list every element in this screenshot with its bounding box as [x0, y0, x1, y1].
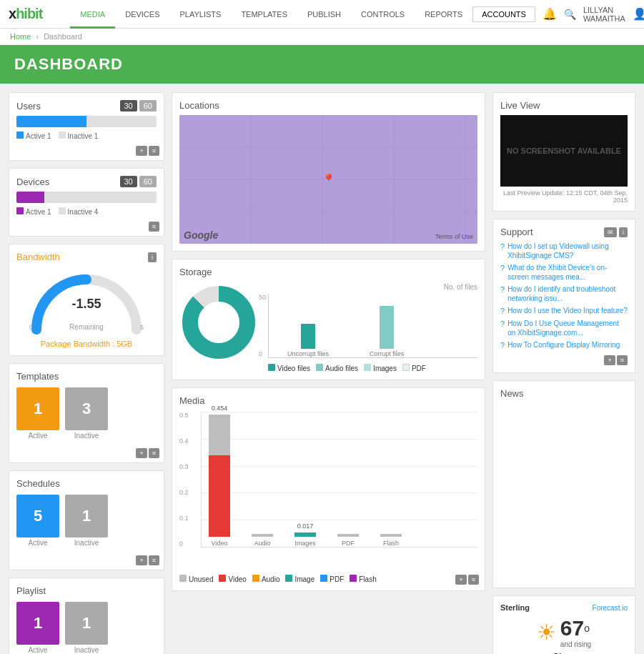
nav-playlists[interactable]: PLAYLISTS	[169, 0, 231, 29]
search-icon[interactable]: 🔍	[564, 9, 576, 20]
live-view-timestamp: Last Preview Update: 12:15 CDT, 04th Sep…	[500, 189, 628, 204]
support-title: Support	[500, 227, 533, 237]
support-link-1[interactable]: ? How do I set up Videowall using Xhibit…	[500, 242, 628, 260]
nav-controls[interactable]: CONTROLS	[351, 0, 415, 29]
users-badge-60: 60	[139, 100, 157, 112]
locations-title: Locations	[179, 100, 477, 111]
support-email-button[interactable]: ✉	[604, 227, 617, 237]
nav-templates[interactable]: TEMPLATES	[231, 0, 297, 29]
users-legend: Active 1 Inactive 1	[16, 132, 157, 140]
breadcrumb-separator: ›	[36, 32, 39, 41]
support-link-3[interactable]: ? How do I identify and troubleshoot net…	[500, 284, 628, 303]
map-pin: 📍	[322, 173, 336, 187]
bandwidth-value: -1.55	[71, 297, 101, 312]
media-bar-audio: Audio	[252, 534, 273, 547]
devices-badge-30: 30	[120, 176, 137, 187]
nav-devices[interactable]: DEVICES	[115, 0, 169, 29]
user-avatar-icon[interactable]: 👤	[633, 7, 644, 21]
schedules-add-button[interactable]: +	[136, 555, 147, 565]
support-info-button[interactable]: i	[619, 227, 628, 237]
bandwidth-info-button[interactable]: i	[148, 252, 157, 262]
storage-title: Storage	[179, 267, 477, 277]
right-column: Live View NO SCREENSHOT AVAILABLE Last P…	[492, 92, 635, 654]
schedules-inactive-label: Inactive	[74, 539, 99, 547]
media-x-images: Images	[294, 540, 316, 547]
users-progress-bar	[16, 116, 157, 127]
support-link-6[interactable]: ? How To Configure Display Mirroring	[500, 340, 628, 350]
package-bandwidth: Package Bandwidth : 5GB	[16, 340, 157, 348]
playlist-active-label: Active	[28, 646, 47, 654]
schedules-active-box: 5	[16, 495, 59, 537]
weather-rising: and rising	[560, 640, 591, 648]
schedules-list-button[interactable]: ≡	[149, 555, 159, 565]
playlist-title: Playlist	[16, 585, 157, 596]
schedules-inactive-box: 1	[65, 495, 108, 537]
weather-description: Clear	[500, 651, 628, 654]
storage-legend: Video files Audio files Images PDF	[268, 364, 477, 372]
live-view-screen: NO SCREENSHOT AVAILABLE	[500, 115, 628, 187]
breadcrumb-home[interactable]: Home	[10, 32, 31, 41]
donut-chart	[179, 283, 258, 362]
media-y-label-0: 0	[179, 540, 189, 548]
users-badge-30: 30	[120, 100, 137, 112]
schedules-active-label: Active	[28, 539, 47, 547]
devices-badge-60: 60	[139, 176, 157, 187]
templates-card: Templates 1 Active 3 Inactive + ≡	[9, 363, 164, 463]
playlist-inactive-label: Inactive	[74, 646, 99, 654]
playlist-card: Playlist 1 Active 1 Inactive + ≡	[9, 578, 164, 654]
templates-title: Templates	[16, 371, 157, 382]
devices-legend: Active 1 Inactive 4	[16, 207, 157, 216]
users-title: Users	[16, 101, 41, 112]
forecast-link[interactable]: Forecast.io	[593, 604, 628, 612]
notification-icon[interactable]: 🔔	[543, 7, 557, 21]
bandwidth-title: Bandwidth	[16, 252, 60, 262]
news-card: News	[492, 380, 635, 588]
templates-inactive-box: 3	[65, 387, 108, 430]
users-list-button[interactable]: ≡	[149, 146, 159, 156]
users-card: Users 30 60 Active 1 Inactive 1 + ≡	[9, 92, 164, 161]
bandwidth-max: 5	[140, 324, 144, 331]
media-card: Media 0.5 0.4 0.3 0.2 0.1 0	[172, 387, 485, 591]
support-add-button[interactable]: +	[604, 355, 615, 365]
nav-media[interactable]: MEDIA	[70, 0, 115, 29]
no-screenshot-text: NO SCREENSHOT AVAILABLE	[502, 142, 625, 159]
devices-title: Devices	[16, 177, 49, 187]
templates-list-button[interactable]: ≡	[149, 448, 159, 458]
middle-column: Locations 📍 Google	[172, 92, 485, 654]
nav-publish[interactable]: PUBLISH	[297, 0, 351, 29]
locations-card: Locations 📍 Google	[172, 92, 485, 252]
templates-active-box: 1	[16, 387, 59, 430]
map-area: 📍 Google Terms of Use	[179, 115, 477, 244]
media-y-label-03: 0.3	[179, 463, 189, 470]
media-y-label-05: 0.5	[179, 412, 189, 419]
accounts-button[interactable]: ACCOUNTS	[472, 6, 535, 22]
support-link-5[interactable]: ? How Do I Use Queue Management on Xhibi…	[500, 319, 628, 337]
weather-card: Sterling Forecast.io ☀ 67o and rising Cl…	[492, 595, 635, 654]
dashboard-header: DASHBOARD	[0, 45, 644, 84]
svg-point-10	[199, 302, 239, 342]
devices-list-button[interactable]: ≡	[149, 222, 159, 232]
left-column: Users 30 60 Active 1 Inactive 1 + ≡ Devi…	[9, 92, 164, 654]
main-content: Users 30 60 Active 1 Inactive 1 + ≡ Devi…	[0, 84, 644, 654]
schedules-card: Schedules 5 Active 1 Inactive + ≡	[9, 470, 164, 570]
support-link-2[interactable]: ? What do the Xhibit Device's on-screen …	[500, 263, 628, 282]
users-add-button[interactable]: +	[136, 146, 147, 156]
media-add-button[interactable]: +	[455, 575, 466, 585]
nav-reports[interactable]: REPORTS	[415, 0, 472, 29]
user-name: LILLYAN WAMAITHA	[583, 6, 625, 23]
media-list-button[interactable]: ≡	[468, 575, 479, 585]
bandwidth-remaining: Remaining	[69, 323, 104, 331]
nav-grid-icon[interactable]	[56, 9, 59, 20]
weather-temperature: 67	[560, 616, 584, 640]
bandwidth-min: 0	[29, 324, 33, 331]
media-bar-video: 0.454 Video	[209, 415, 230, 547]
media-y-label-04: 0.4	[179, 437, 189, 445]
media-y-label-02: 0.2	[179, 489, 189, 496]
bandwidth-card: Bandwidth i -1.55 Remaining 0 5 Package …	[9, 244, 164, 356]
logo[interactable]: xhibit	[9, 6, 42, 22]
support-list-button[interactable]: ≡	[617, 355, 628, 365]
support-link-4[interactable]: ? How do I use the Video Input feature?	[500, 306, 628, 316]
devices-progress-bar	[16, 192, 157, 203]
templates-add-button[interactable]: +	[136, 448, 147, 458]
google-label: Google	[184, 229, 218, 241]
